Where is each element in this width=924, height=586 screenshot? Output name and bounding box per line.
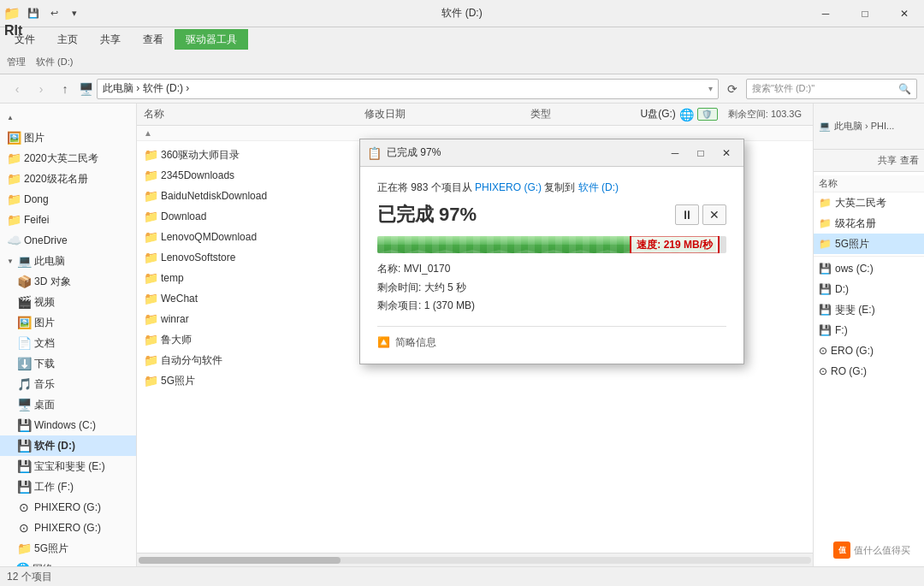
computer-icon-right: 💻 [819,121,831,132]
sidebar-item-onedrive[interactable]: ☁️ OneDrive [0,230,136,251]
maximize-button[interactable]: □ [845,0,885,27]
list-item[interactable]: 💾 斐斐 (E:) [814,299,924,320]
docs-icon: 📄 [17,336,31,350]
sidebar-item-class[interactable]: 📁 2020级花名册 [0,169,136,189]
view-label2: 查看 [900,154,919,167]
pause-button[interactable]: ⏸ [675,204,699,225]
sidebar-label: OneDrive [24,234,68,246]
refresh-button[interactable]: ⟳ [722,79,743,99]
drive-label: F:) [835,324,848,336]
scrollbar-track [139,557,811,564]
expand-icon-pinned: ▲ [7,114,14,121]
sidebar-label: Windows (C:) [34,419,96,431]
sidebar-item-5gphotos[interactable]: 📁 5G照片 [0,538,136,559]
dialog-maximize-button[interactable]: □ [690,144,711,163]
source-text: 正在将 983 个项目从 [377,181,472,193]
up-button[interactable]: ↑ [55,79,75,99]
forward-button[interactable]: › [31,79,51,99]
sidebar-item-downloads[interactable]: ⬇️ 下载 [0,353,136,374]
qat-undo[interactable]: ↩ [44,4,63,23]
music-icon: 🎵 [17,377,31,391]
cancel-copy-button[interactable]: ✕ [702,204,726,225]
list-item[interactable]: 📁 大英二民考 [814,192,924,213]
sidebar-item-3d[interactable]: 📦 3D 对象 [0,271,136,292]
tab-drive-tools[interactable]: 驱动器工具 [175,29,248,50]
back-button[interactable]: ‹ [7,79,27,99]
qat-dropdown[interactable]: ▾ [65,4,84,23]
address-box[interactable]: 此电脑 › 软件 (D:) › ▾ [97,79,719,99]
minimize-button[interactable]: ─ [806,0,845,27]
sidebar-section-network[interactable]: ▶ 🌐 网络 [0,559,136,566]
scrollbar-thumb[interactable] [139,557,341,564]
sidebar-label: 3D 对象 [34,275,71,289]
dialog-minimize-button[interactable]: ─ [665,144,685,163]
tab-share[interactable]: 共享 [89,29,132,50]
sidebar-section-thispc[interactable]: ▼ 💻 此电脑 [0,251,136,271]
col-header-date[interactable]: 修改日期 [364,107,530,121]
list-item[interactable]: 💾 D:) [814,279,924,299]
folder-icon: 📁 [7,213,21,227]
tab-home[interactable]: 主页 [46,29,89,50]
sidebar-item-docs[interactable]: 📄 文档 [0,333,136,353]
right-panel-breadcrumb: 💻 此电脑 › PHI... [819,120,919,133]
watermark-text: 值什么值得买 [854,544,910,557]
sidebar-item-video[interactable]: 🎬 视频 [0,292,136,312]
sidebar-item-pictures1[interactable]: 🖼️ 图片 [0,127,136,148]
security-badge: 🛡️ [697,108,718,121]
sidebar-item-feifei[interactable]: 📁 Feifei [0,210,136,230]
collapse-label: 简略信息 [395,335,436,350]
sort-arrow: ▲ [144,128,152,138]
sidebar-label: Dong [24,193,49,205]
sidebar-label: PHIXERO (G:) [34,522,101,534]
horizontal-scrollbar[interactable] [137,553,813,566]
sidebar-section-pinned[interactable]: ▲ [0,107,136,127]
sidebar-item-drive-c[interactable]: 💾 Windows (C:) [0,415,136,435]
sidebar-item-music[interactable]: 🎵 音乐 [0,374,136,394]
address-chevron: ▾ [708,84,713,93]
folder-icon: 📁 [144,230,157,244]
sidebar-item-pictures2[interactable]: 🖼️ 图片 [0,312,136,333]
list-item[interactable]: 📁 5G照片 [814,234,924,254]
title-bar: 📁 💾 ↩ ▾ RIt ─ □ ✕ 软件 (D:) [0,0,924,27]
sidebar-item-desktop[interactable]: 🖥️ 桌面 [0,394,136,415]
location-icon: 🖥️ [79,82,93,96]
list-item[interactable]: ⊙ ERO (G:) [814,340,924,361]
list-item[interactable]: ⊙ RO (G:) [814,361,924,382]
sidebar-label: 视频 [34,295,55,310]
drive-icon: 💾 [819,283,832,295]
file-label: 大英二民考 [835,196,886,210]
dialog-close-button[interactable]: ✕ [716,144,737,163]
sidebar-item-english[interactable]: 📁 2020大英二民考 [0,148,136,169]
sidebar-item-drive-g2[interactable]: ⊙ PHIXERO (G:) [0,518,136,538]
tab-view[interactable]: 查看 [132,29,175,50]
col-header-usb: U盘(G:) 🌐 🛡️ 剩余空间: 103.3G [641,107,807,121]
folder-icon: 📁 [144,271,157,285]
sidebar-label: 软件 (D:) [34,439,75,453]
sidebar-item-drive-f[interactable]: 💾 工作 (F:) [0,476,136,497]
sidebar-item-drive-d[interactable]: 💾 软件 (D:) [0,435,136,456]
dialog-footer[interactable]: 🔼 简略信息 [377,326,726,350]
right-panel-top: 💻 此电脑 › PHI... [814,104,924,150]
sidebar-label: 此电脑 [34,254,65,269]
ribbon-subtitle2: 软件 (D:) [36,56,73,68]
sidebar-item-drive-g1[interactable]: ⊙ PHIXERO (G:) [0,497,136,518]
sort-name[interactable]: ▲ [144,128,806,138]
qat-save[interactable]: 💾 [24,4,43,23]
col-header-name[interactable]: 名称 [144,107,364,121]
dialog-title-text: 已完成 97% [387,145,660,160]
table-row[interactable]: 📁 5G照片 [137,370,813,391]
search-box[interactable]: 搜索"软件 (D:)" 🔍 [746,79,917,99]
list-item[interactable]: 💾 F:) [814,320,924,340]
drive-icon: 💾 [17,459,31,473]
list-item[interactable]: 💾 ows (C:) [814,258,924,279]
folder-icon: 📁 [144,189,157,203]
close-button[interactable]: ✕ [885,0,924,27]
col-header-type[interactable]: 类型 [530,107,641,121]
sidebar: ▲ 🖼️ 图片 📁 2020大英二民考 📁 2020级花名册 📁 Dong 📁 … [0,104,137,566]
sidebar-item-drive-e[interactable]: 💾 宝宝和斐斐 (E:) [0,456,136,476]
sidebar-item-dong[interactable]: 📁 Dong [0,189,136,210]
list-item[interactable]: 📁 级花名册 [814,213,924,234]
folder-icon: 📁 [144,353,157,367]
ribbon-tab-bar: 文件 主页 共享 查看 驱动器工具 [0,27,924,50]
pictures-icon: 🖼️ [17,316,31,329]
